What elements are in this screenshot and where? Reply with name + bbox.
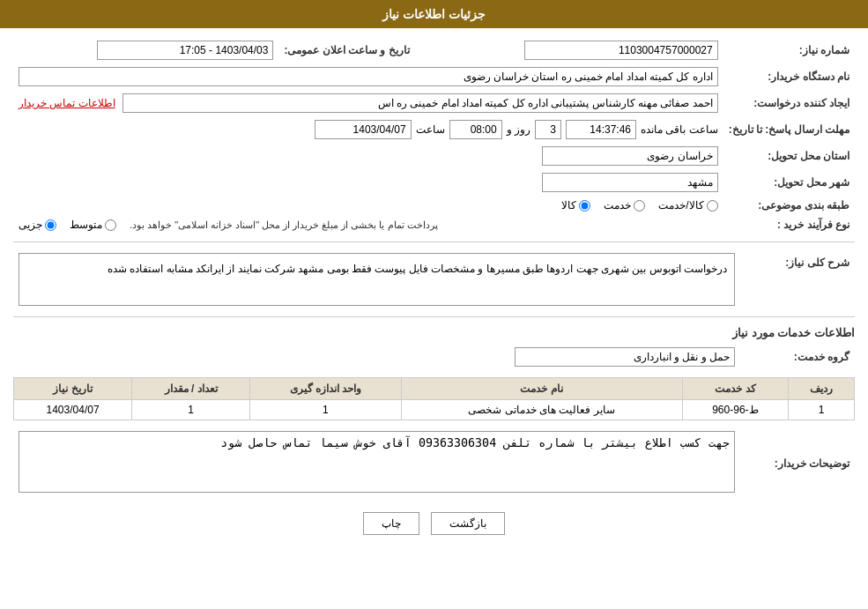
- page-title: جزئیات اطلاعات نیاز: [382, 7, 486, 21]
- service-group-label: گروه خدمت:: [740, 344, 855, 370]
- category-label: طبقه بندی موضوعی:: [723, 196, 855, 215]
- main-content: شماره نیاز: 1103004757000027 تاریخ و ساع…: [0, 28, 868, 553]
- table-row: 1ط-96-960سایر فعالیت های خدماتی شخصی1114…: [14, 400, 855, 420]
- services-title: اطلاعات خدمات مورد نیاز: [13, 326, 855, 339]
- public-date-value: 1403/04/03 - 17:05: [97, 41, 273, 60]
- cell-name: سایر فعالیت های خدماتی شخصی: [401, 400, 682, 420]
- table-row: مهلت ارسال پاسخ: تا تاریخ: 1403/04/07 سا…: [13, 116, 855, 143]
- need-number-label: شماره نیاز:: [723, 37, 855, 63]
- category-option-kala-khedmat[interactable]: کالا/خدمت: [658, 199, 717, 212]
- back-button[interactable]: بازگشت: [431, 512, 505, 535]
- page-header: جزئیات اطلاعات نیاز: [0, 0, 868, 28]
- service-group-table: گروه خدمت: حمل و نقل و انبارداری: [13, 344, 855, 370]
- notes-textarea[interactable]: [19, 431, 735, 493]
- description-label: شرح کلی نیاز:: [740, 249, 855, 309]
- col-unit: واحد اندازه گیری: [250, 378, 402, 400]
- table-row: نام دستگاه خریدار: اداره کل کمیته امداد …: [13, 63, 855, 90]
- table-row: ایجاد کننده درخواست: احمد صفائی مهنه کار…: [13, 90, 855, 116]
- creator-value: احمد صفائی مهنه کارشناس پشتیبانی اداره ک…: [122, 93, 718, 113]
- services-table-body: 1ط-96-960سایر فعالیت های خدماتی شخصی1114…: [14, 400, 855, 420]
- creator-label: ایجاد کننده درخواست:: [723, 90, 855, 116]
- table-row: استان محل تحویل: خراسان رضوی: [13, 143, 855, 169]
- notes-label: توضیحات خریدار:: [740, 427, 855, 499]
- table-row: نوع فرآیند خرید : متوسط جزیی: [13, 215, 855, 234]
- col-qty: تعداد / مقدار: [132, 378, 250, 400]
- buyer-org-label: نام دستگاه خریدار:: [723, 63, 855, 90]
- table-row: توضیحات خریدار:: [13, 427, 855, 499]
- description-value: درخواست اتوبوس بین شهری جهت اردوها طبق م…: [19, 253, 735, 306]
- process-note: پرداخت تمام یا بخشی از مبلغ خریدار از مح…: [130, 219, 438, 231]
- table-row: شرح کلی نیاز: درخواست اتوبوس بین شهری جه…: [13, 249, 855, 309]
- category-khedmat-label: خدمت: [604, 199, 631, 212]
- city-label: شهر محل تحویل:: [723, 169, 855, 196]
- print-button[interactable]: چاپ: [363, 512, 419, 535]
- process-radio-group: متوسط جزیی: [19, 219, 116, 231]
- cell-unit: 1: [250, 400, 402, 420]
- services-table-header: ردیف کد خدمت نام خدمت واحد اندازه گیری ت…: [14, 378, 855, 400]
- need-number-value: 1103004757000027: [524, 41, 718, 60]
- col-date: تاریخ نیاز: [14, 378, 132, 400]
- button-row: بازگشت چاپ: [13, 512, 855, 535]
- public-date-label: تاریخ و ساعت اعلان عمومی:: [278, 37, 414, 63]
- contact-link[interactable]: اطلاعات تماس خریدار: [19, 97, 115, 109]
- deadline-days: 3: [535, 120, 561, 139]
- deadline-remaining-label: ساعت باقی مانده: [641, 123, 718, 136]
- cell-code: ط-96-960: [682, 400, 789, 420]
- deadline-days-label: روز و: [507, 123, 530, 136]
- col-code: کد خدمت: [682, 378, 789, 400]
- col-name: نام خدمت: [401, 378, 682, 400]
- city-value: مشهد: [542, 173, 718, 192]
- description-table: شرح کلی نیاز: درخواست اتوبوس بین شهری جه…: [13, 249, 855, 309]
- category-kala-khedmat-label: کالا/خدمت: [658, 199, 703, 212]
- services-table: ردیف کد خدمت نام خدمت واحد اندازه گیری ت…: [13, 377, 855, 420]
- cell-date: 1403/04/07: [14, 400, 132, 420]
- process-option-motavasset[interactable]: متوسط: [70, 219, 116, 231]
- process-jozi-label: جزیی: [19, 219, 42, 231]
- deadline-time: 08:00: [449, 120, 502, 139]
- province-label: استان محل تحویل:: [723, 143, 855, 169]
- process-option-jozi[interactable]: جزیی: [19, 219, 56, 231]
- divider-2: [13, 316, 855, 317]
- notes-table: توضیحات خریدار:: [13, 427, 855, 499]
- table-row: طبقه بندی موضوعی: کالا/خدمت خدمت: [13, 196, 855, 215]
- cell-row: 1: [789, 400, 855, 420]
- deadline-remaining: 14:37:46: [566, 120, 636, 139]
- process-motavasset-label: متوسط: [70, 219, 102, 231]
- table-row: شماره نیاز: 1103004757000027 تاریخ و ساع…: [13, 37, 855, 63]
- province-value: خراسان رضوی: [542, 146, 718, 166]
- category-radio-group: کالا/خدمت خدمت کالا: [19, 199, 718, 212]
- category-option-kala[interactable]: کالا: [561, 199, 590, 212]
- table-header-row: ردیف کد خدمت نام خدمت واحد اندازه گیری ت…: [14, 378, 855, 400]
- deadline-date: 1403/04/07: [315, 120, 412, 139]
- category-option-khedmat[interactable]: خدمت: [604, 199, 645, 212]
- deadline-time-label: ساعت: [416, 123, 445, 136]
- deadline-label: مهلت ارسال پاسخ: تا تاریخ:: [723, 116, 855, 143]
- cell-quantity: 1: [132, 400, 250, 420]
- page-container: جزئیات اطلاعات نیاز شماره نیاز: 11030047…: [0, 0, 868, 609]
- category-kala-label: کالا: [561, 199, 576, 212]
- col-row: ردیف: [789, 378, 855, 400]
- buyer-org-value: اداره کل کمیته امداد امام خمینی ره استان…: [19, 67, 718, 86]
- process-label: نوع فرآیند خرید :: [723, 215, 855, 234]
- divider-1: [13, 241, 855, 242]
- service-group-value: حمل و نقل و انبارداری: [515, 347, 735, 367]
- table-row: شهر محل تحویل: مشهد: [13, 169, 855, 196]
- table-row: گروه خدمت: حمل و نقل و انبارداری: [13, 344, 855, 370]
- info-table: شماره نیاز: 1103004757000027 تاریخ و ساع…: [13, 37, 855, 234]
